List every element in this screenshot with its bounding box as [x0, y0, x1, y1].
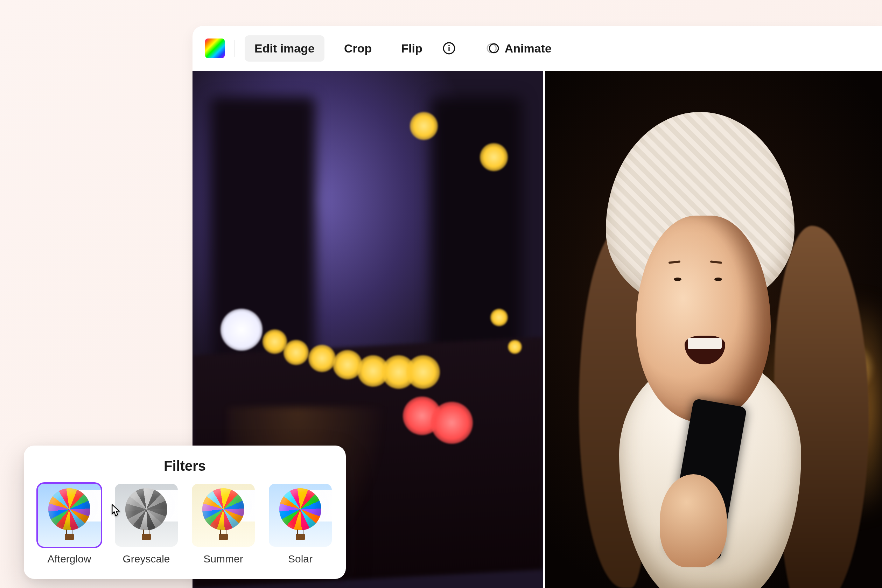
- animate-button[interactable]: Animate: [476, 35, 561, 62]
- edit-image-label: Edit image: [255, 42, 315, 55]
- flip-button[interactable]: Flip: [391, 35, 432, 62]
- filter-thumb-solar: [269, 484, 332, 547]
- cursor-pointer-icon: [107, 502, 123, 519]
- crop-label: Crop: [344, 42, 372, 55]
- toolbar-divider: [466, 40, 466, 57]
- filter-summer[interactable]: Summer: [192, 484, 255, 565]
- canvas-image-right[interactable]: [545, 71, 882, 588]
- filter-thumb-summer: [192, 484, 255, 547]
- animate-label: Animate: [505, 42, 552, 55]
- filter-thumb-afterglow: [38, 484, 101, 547]
- svg-point-2: [448, 45, 450, 46]
- toolbar: Edit image Crop Flip Animate: [192, 26, 882, 71]
- filter-thumb-greyscale: [115, 484, 178, 547]
- toolbar-divider: [234, 40, 235, 57]
- crop-button[interactable]: Crop: [334, 35, 381, 62]
- flip-label: Flip: [401, 42, 422, 55]
- filter-solar[interactable]: Solar: [269, 484, 332, 565]
- filters-row: Afterglow Greyscale Summer Solar: [38, 484, 332, 565]
- info-icon[interactable]: [442, 41, 456, 55]
- filter-label: Summer: [203, 553, 243, 565]
- edit-image-button[interactable]: Edit image: [244, 35, 324, 62]
- svg-point-3: [487, 44, 496, 52]
- filter-greyscale[interactable]: Greyscale: [115, 484, 178, 565]
- filter-label: Afterglow: [47, 553, 91, 565]
- filters-title: Filters: [38, 458, 332, 474]
- filter-afterglow[interactable]: Afterglow: [38, 484, 101, 565]
- filter-label: Solar: [288, 553, 312, 565]
- svg-point-4: [489, 44, 498, 52]
- animate-icon: [486, 41, 500, 55]
- color-picker-swatch[interactable]: [205, 39, 225, 58]
- filters-panel: Filters Afterglow Greyscale Summer: [24, 446, 346, 579]
- filter-label: Greyscale: [123, 553, 170, 565]
